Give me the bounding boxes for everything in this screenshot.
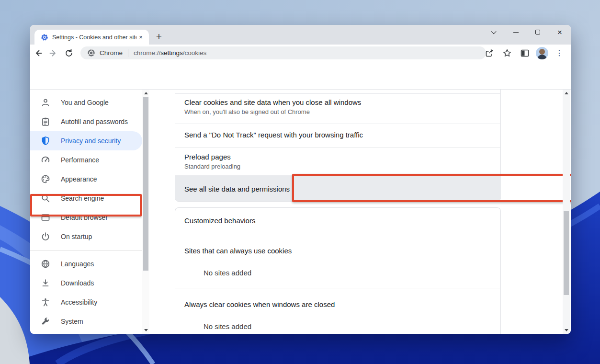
star-icon	[502, 48, 512, 58]
scroll-down-arrow-icon[interactable]	[144, 329, 148, 331]
sidebar-item-on-startup[interactable]: On startup	[30, 227, 142, 246]
page-scrollbar-thumb[interactable]	[564, 211, 569, 295]
sidebar-item-accessibility[interactable]: Accessibility	[30, 293, 142, 312]
url-brand: Chrome	[100, 49, 123, 57]
allow-cookies-row-title: Sites that can always use cookies	[184, 247, 292, 255]
sidebar-item-performance[interactable]: Performance	[30, 150, 142, 170]
sidebar-item-autofill[interactable]: Autofill and passwords	[30, 112, 142, 131]
allow-cookies-empty-text: No sites added	[204, 269, 251, 277]
window-controls: ×	[483, 25, 571, 39]
clear-on-close-empty-text: No sites added	[204, 322, 251, 330]
url-host: settings	[160, 49, 183, 57]
power-icon	[41, 232, 50, 241]
person-icon	[41, 98, 50, 107]
customized-behaviors-heading: Customized behaviors	[184, 216, 255, 225]
download-icon	[41, 278, 50, 288]
row-separator	[175, 147, 501, 148]
page-scrollbar[interactable]	[563, 90, 570, 334]
sidebar-item-privacy-and-security[interactable]: Privacy and security	[30, 131, 142, 150]
forward-arrow-icon	[48, 48, 58, 58]
do-not-track-title: Send a "Do Not Track" request with your …	[184, 131, 363, 139]
maximize-button[interactable]	[527, 25, 549, 39]
preload-pages-title: Preload pages	[184, 153, 231, 161]
row-separator	[175, 93, 501, 94]
side-panel-icon	[520, 48, 530, 58]
preload-pages-subtitle: Standard preloading	[184, 163, 240, 170]
avatar-shoulders	[537, 55, 547, 59]
clear-cookies-title: Clear cookies and site data when you clo…	[184, 98, 361, 106]
sidebar-item-system[interactable]: System	[30, 312, 142, 331]
browser-window-icon	[41, 213, 50, 222]
palette-icon	[41, 174, 50, 184]
desktop: Settings - Cookies and other site × + ×	[0, 0, 600, 364]
settings-header: Settings	[30, 61, 571, 90]
browser-menu-button[interactable]: ⋮	[553, 46, 566, 60]
scroll-down-arrow-icon[interactable]	[565, 329, 568, 331]
settings-gear-favicon	[41, 34, 48, 41]
tab-title: Settings - Cookies and other site	[52, 34, 136, 41]
sidebar-item-languages[interactable]: Languages	[30, 254, 142, 273]
address-bar[interactable]: Chrome chrome://settings/cookies	[80, 46, 486, 59]
close-button[interactable]: ×	[549, 25, 571, 39]
window-menu-chevron-icon[interactable]	[483, 25, 505, 39]
clear-on-close-row-title: Always clear cookies when windows are cl…	[184, 300, 335, 308]
accessibility-icon	[41, 297, 50, 307]
url-scheme: chrome://	[134, 49, 160, 57]
scroll-up-arrow-icon[interactable]	[144, 92, 148, 94]
wrench-icon	[41, 317, 50, 326]
browser-window: Settings - Cookies and other site × + ×	[30, 25, 571, 334]
magnifier-icon	[41, 193, 50, 203]
back-arrow-icon	[34, 48, 43, 58]
clear-cookies-subtitle: When on, you'll also be signed out of Ch…	[184, 108, 310, 115]
sidebar-item-default-browser[interactable]: Default browser	[30, 208, 142, 227]
toolbar-actions: ⋮	[483, 46, 571, 60]
tab-close-icon[interactable]: ×	[136, 33, 145, 42]
share-icon	[485, 48, 494, 58]
kebab-menu-icon: ⋮	[555, 48, 563, 57]
sidebar-item-downloads[interactable]: Downloads	[30, 273, 142, 293]
scroll-up-arrow-icon[interactable]	[565, 92, 568, 94]
sidebar-item-search-engine[interactable]: Search engine	[30, 189, 142, 208]
autofill-icon	[41, 117, 50, 126]
new-tab-button[interactable]: +	[152, 30, 166, 43]
reload-icon	[64, 48, 74, 58]
forward-button[interactable]	[46, 46, 60, 60]
sidebar-scrollbar[interactable]	[142, 90, 149, 334]
minimize-button[interactable]	[505, 25, 527, 39]
settings-main-pane: Clear cookies and site data when you clo…	[149, 90, 563, 334]
tab-strip: Settings - Cookies and other site × + ×	[30, 25, 571, 45]
side-panel-button[interactable]	[518, 46, 532, 60]
bookmark-button[interactable]	[500, 46, 514, 60]
globe-icon	[41, 259, 50, 269]
avatar-head	[539, 49, 545, 55]
row-separator	[175, 124, 501, 124]
sidebar-item-appearance[interactable]: Appearance	[30, 170, 142, 189]
shield-icon	[41, 136, 50, 146]
sidebar-divider	[30, 250, 142, 251]
back-button[interactable]	[31, 46, 45, 60]
settings-sidebar: You and Google Autofill and passwords	[30, 90, 149, 334]
settings-content: You and Google Autofill and passwords	[30, 90, 571, 334]
browser-tab[interactable]: Settings - Cookies and other site ×	[34, 30, 149, 45]
profile-avatar[interactable]	[536, 47, 548, 59]
sidebar-scrollbar-thumb[interactable]	[143, 97, 148, 271]
sidebar-item-you-and-google[interactable]: You and Google	[30, 93, 142, 112]
browser-toolbar: Chrome chrome://settings/cookies	[30, 45, 571, 61]
url-separator	[128, 49, 128, 57]
url-path: /cookies	[183, 49, 207, 57]
speedometer-icon	[41, 155, 50, 165]
row-separator	[175, 288, 501, 288]
chrome-glyph-icon	[87, 49, 95, 57]
see-all-site-data-title: See all site data and permissions	[184, 185, 290, 193]
reload-button[interactable]	[62, 46, 76, 60]
share-button[interactable]	[483, 46, 496, 60]
